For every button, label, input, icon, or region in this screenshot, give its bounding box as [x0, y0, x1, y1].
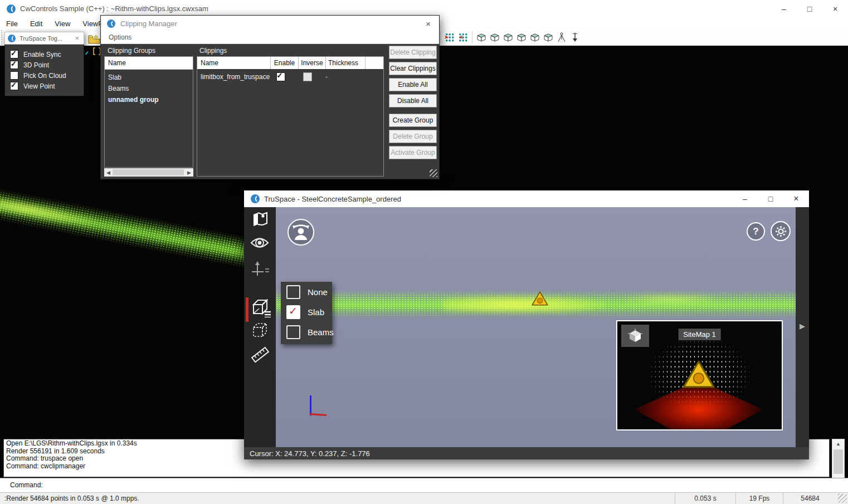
disable-all-button[interactable]: Disable All [389, 94, 437, 107]
minimize-button[interactable]: – [732, 190, 758, 207]
thickness-value: - [321, 73, 358, 81]
scroll-thumb[interactable] [113, 169, 184, 175]
app-icon [7, 4, 16, 13]
create-group-button[interactable]: Create Group [389, 114, 437, 127]
scanner-position-button[interactable] [555, 31, 568, 44]
clear-clippings-button[interactable]: Clear Clippings [389, 62, 437, 75]
toggle-3d-point[interactable]: 3D Point [10, 60, 84, 70]
resize-grip[interactable] [838, 494, 847, 503]
help-button[interactable]: ? [747, 222, 765, 241]
slab-checkbox[interactable] [286, 305, 300, 319]
sitemap-tool-button[interactable] [251, 212, 268, 229]
dialog-resize-grip[interactable] [430, 169, 437, 177]
close-button[interactable]: × [783, 190, 809, 207]
close-button[interactable]: × [417, 19, 439, 28]
menu-view[interactable]: View [48, 18, 76, 29]
beams-checkbox[interactable] [286, 325, 300, 339]
sitemap-3d-button[interactable] [621, 325, 649, 347]
scroll-left-arrow[interactable]: ◀ [104, 168, 113, 177]
toggles-panel-title: TruSpace Tog... [20, 35, 70, 42]
groups-hscrollbar[interactable]: ◀ ▶ [104, 168, 193, 177]
scroll-up-arrow[interactable]: ▲ [832, 439, 844, 448]
cube-3d-icon [628, 329, 642, 343]
sitemap-scan-marker[interactable] [681, 359, 716, 389]
delete-clipping-button[interactable]: Delete Clipping [389, 46, 437, 59]
walk-mode-button[interactable] [287, 219, 314, 246]
clip-option-beams[interactable]: Beams [281, 322, 332, 342]
enable-all-button[interactable]: Enable All [389, 78, 437, 91]
cube-icon [530, 33, 539, 42]
clipping-row[interactable]: limitbox_from_truspace - [197, 71, 383, 83]
options-menu[interactable]: Options [101, 33, 131, 41]
enable-checkbox[interactable] [276, 72, 285, 81]
groups-section-label: Clipping Groups [108, 47, 155, 55]
pointcloud-in-button[interactable]: ➤ [443, 31, 456, 44]
status-message: :Render 54684 points in 0.053 s @ 1.0 mp… [0, 495, 675, 502]
panel-expander-arrow[interactable]: ▶ [796, 322, 809, 330]
move-tool-button[interactable] [251, 261, 269, 280]
menu-file[interactable]: File [0, 18, 24, 29]
limitbox-tool-button[interactable] [251, 322, 269, 341]
pointcloud-out-button[interactable]: ➤ [456, 31, 470, 44]
toggle-pick-on-cloud[interactable]: Pick On Cloud [10, 70, 84, 81]
group-item-beams[interactable]: Beams [105, 83, 193, 94]
minimize-button[interactable]: – [771, 0, 797, 18]
none-checkbox[interactable] [286, 285, 300, 299]
clipbox-tool-4-button[interactable] [515, 31, 528, 44]
pick-on-cloud-checkbox[interactable] [10, 71, 18, 80]
move-axis-icon [251, 261, 269, 277]
view-tool-button[interactable] [250, 236, 269, 252]
col-header-thickness[interactable]: Thickness [325, 57, 365, 69]
col-header-enable[interactable]: Enable [270, 57, 298, 69]
truspace-sidebar [244, 207, 276, 447]
sitemap-overlay[interactable]: SiteMap 1 [616, 320, 783, 430]
close-button[interactable]: × [70, 34, 84, 42]
clipping-tool-button[interactable] [251, 299, 271, 320]
cube-icon [544, 33, 553, 42]
drop-to-ground-button[interactable] [568, 31, 582, 44]
maximize-button[interactable]: □ [758, 190, 783, 207]
cube-icon [517, 33, 526, 42]
app-icon [107, 19, 115, 28]
clipbox-tool-3-button[interactable] [501, 31, 515, 44]
clipping-manager-title: Clipping Manager [120, 19, 417, 28]
clipbox-tool-6-button[interactable] [542, 31, 555, 44]
eye-icon [250, 236, 269, 249]
tripod-icon [557, 32, 566, 42]
enable-sync-checkbox[interactable] [10, 50, 18, 58]
view-point-checkbox[interactable] [10, 82, 18, 90]
3d-point-checkbox[interactable] [10, 61, 18, 69]
maximize-button[interactable]: □ [797, 0, 822, 18]
scroll-thumb[interactable] [834, 449, 843, 474]
red-arrow-right-icon: ➤ [444, 34, 449, 40]
toggle-label: 3D Point [23, 61, 49, 69]
clip-option-none[interactable]: None [281, 282, 332, 302]
activate-group-button[interactable]: Activate Group [389, 146, 437, 159]
settings-button[interactable] [771, 221, 791, 241]
clipping-popup: None Slab Beams [281, 282, 332, 344]
col-header-name[interactable]: Name [197, 57, 270, 69]
toggle-view-point[interactable]: View Point [10, 81, 84, 91]
clip-option-label: Beams [308, 327, 334, 337]
ruler-icon [251, 345, 270, 364]
scroll-right-arrow[interactable]: ▶ [185, 168, 193, 177]
toggles-titlebar: TruSpace Tog... × [4, 32, 84, 45]
measure-tool-button[interactable] [251, 345, 270, 366]
clip-option-slab[interactable]: Slab [281, 302, 332, 322]
toggle-enable-sync[interactable]: Enable Sync [10, 49, 84, 60]
open-file-button[interactable] [87, 32, 101, 46]
close-button[interactable]: × [822, 0, 848, 18]
toolbar-separator [472, 31, 472, 43]
col-header-inverse[interactable]: Inverse [298, 57, 325, 69]
inverse-checkbox[interactable] [303, 72, 312, 81]
clipbox-tool-5-button[interactable] [528, 31, 542, 44]
group-item-slab[interactable]: Slab [105, 72, 193, 83]
group-item-unnamed[interactable]: unnamed group [105, 94, 193, 105]
groups-list-header[interactable]: Name [105, 57, 193, 70]
clipbox-tool-1-button[interactable] [475, 31, 488, 44]
delete-group-button[interactable]: Delete Group [389, 130, 437, 143]
menu-edit[interactable]: Edit [24, 18, 48, 29]
scan-position-marker[interactable] [531, 291, 549, 306]
command-input[interactable]: Command: [0, 478, 848, 492]
clipbox-tool-2-button[interactable] [488, 31, 501, 44]
